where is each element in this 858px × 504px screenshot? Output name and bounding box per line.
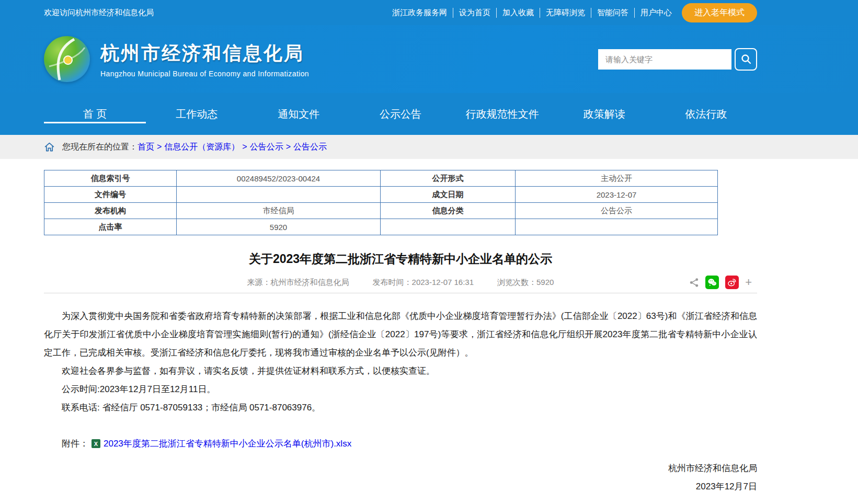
logo-swirl-icon: [44, 36, 90, 82]
table-row: 点击率 5920: [44, 219, 718, 235]
elder-mode-button[interactable]: 进入老年模式: [682, 3, 757, 22]
article-publish-time: 发布时间：2023-12-07 16:31: [373, 278, 474, 288]
article-body: 为深入贯彻党中央国务院和省委省政府培育专精特新的决策部署，根据工业和信息化部《优…: [44, 307, 757, 417]
site-subtitle: Hangzhou Municipal Bureau of Economy and…: [100, 70, 309, 78]
signature-date: 2023年12月7日: [44, 477, 757, 496]
breadcrumb-home[interactable]: 首页: [138, 142, 154, 153]
info-value-index-no: 002489452/2023-00424: [177, 170, 381, 187]
main-nav: 首 页 工作动态 通知文件 公示公告 行政规范性文件 政策解读 依法行政: [0, 93, 858, 135]
nav-item-law-based-admin[interactable]: 依法行政: [655, 93, 757, 135]
info-label-issuing-agency: 发布机构: [44, 203, 177, 219]
search-icon: [740, 53, 752, 65]
nav-item-announcements[interactable]: 公示公告: [350, 93, 452, 135]
more-share-icon[interactable]: +: [745, 277, 752, 288]
topbar-link-user-center[interactable]: 用户中心: [635, 8, 678, 18]
paragraph-4: 联系电话: 省经信厅 0571-87059133；市经信局 0571-87063…: [44, 398, 757, 417]
info-label-disclosure-form: 公开形式: [381, 170, 516, 187]
signature-block: 杭州市经济和信息化局 2023年12月7日: [44, 459, 757, 496]
topbar-link-add-favorite[interactable]: 加入收藏: [497, 8, 540, 18]
info-label-info-category: 信息分类: [381, 203, 516, 219]
breadcrumb-prefix: 您现在所在的位置：: [62, 142, 138, 153]
welcome-text: 欢迎访问杭州市经济和信息化局: [44, 8, 154, 18]
nav-item-policy-interpretation[interactable]: 政策解读: [553, 93, 655, 135]
signature-agency: 杭州市经济和信息化局: [44, 459, 757, 477]
info-value-click-rate: 5920: [177, 219, 381, 235]
info-value-date-written: 2023-12-07: [516, 187, 718, 203]
site-header: 杭州市经济和信息化局 Hangzhou Municipal Bureau of …: [0, 25, 858, 93]
article-views: 浏览次数：5920: [497, 278, 554, 288]
info-value-empty: [516, 219, 718, 235]
breadcrumb-announcements[interactable]: 公告公示: [250, 142, 283, 153]
table-row: 信息索引号 002489452/2023-00424 公开形式 主动公开: [44, 170, 718, 187]
info-value-issuing-agency: 市经信局: [177, 203, 381, 219]
attachment-row: 附件： X 2023年度第二批浙江省专精特新中小企业公示名单(杭州市).xlsx: [44, 438, 757, 450]
search-area: [598, 48, 757, 71]
article-meta: 来源：杭州市经济和信息化局 发布时间：2023-12-07 16:31 浏览次数…: [44, 276, 757, 293]
site-title: 杭州市经济和信息化局: [100, 41, 309, 66]
topbar-link-accessibility[interactable]: 无障碍浏览: [540, 8, 591, 18]
article-source: 来源：杭州市经济和信息化局: [247, 278, 349, 288]
info-value-doc-no: [177, 187, 381, 203]
attachment-label: 附件：: [62, 438, 88, 450]
content-area: 信息索引号 002489452/2023-00424 公开形式 主动公开 文件编…: [44, 170, 757, 496]
topbar-link-set-homepage[interactable]: 设为首页: [453, 8, 497, 18]
breadcrumb-info-disclosure[interactable]: 信息公开（资源库）: [164, 142, 239, 153]
topbar-link-zhejiang-gov[interactable]: 浙江政务服务网: [386, 8, 453, 18]
breadcrumb-bar: 您现在所在的位置： 首页 > 信息公开（资源库） > 公告公示 > 公告公示: [0, 135, 858, 159]
info-label-index-no: 信息索引号: [44, 170, 177, 187]
weibo-share-icon[interactable]: [725, 276, 739, 289]
nav-item-home[interactable]: 首 页: [44, 93, 146, 135]
paragraph-2: 欢迎社会各界参与监督，如有异议，请实名反馈，并提供佐证材料和联系方式，以便核实查…: [44, 362, 757, 380]
search-button[interactable]: [735, 48, 757, 71]
site-logo[interactable]: [44, 36, 90, 82]
breadcrumb-current[interactable]: 公告公示: [293, 142, 327, 153]
info-value-info-category: 公告公示: [516, 203, 718, 219]
info-label-click-rate: 点击率: [44, 219, 177, 235]
breadcrumb-separator: >: [157, 142, 162, 152]
info-label-empty: [381, 219, 516, 235]
info-label-doc-no: 文件编号: [44, 187, 177, 203]
table-row: 文件编号 成文日期 2023-12-07: [44, 187, 718, 203]
info-value-disclosure-form: 主动公开: [516, 170, 718, 187]
nav-item-notices[interactable]: 通知文件: [248, 93, 350, 135]
share-toolbar: +: [689, 276, 752, 289]
search-input[interactable]: [598, 49, 731, 70]
page-title: 关于2023年度第二批浙江省专精特新中小企业名单的公示: [44, 251, 757, 267]
wechat-share-icon[interactable]: [705, 276, 719, 289]
home-icon[interactable]: [44, 142, 55, 153]
site-name: 杭州市经济和信息化局 Hangzhou Municipal Bureau of …: [100, 41, 309, 78]
topbar-links: 浙江政务服务网 设为首页 加入收藏 无障碍浏览 智能问答 用户中心 进入老年模式: [386, 3, 757, 22]
excel-file-icon: X: [91, 439, 100, 448]
topbar: 欢迎访问杭州市经济和信息化局 浙江政务服务网 设为首页 加入收藏 无障碍浏览 智…: [0, 0, 858, 25]
topbar-link-smart-qa[interactable]: 智能问答: [591, 8, 635, 18]
paragraph-3: 公示时间:2023年12月7日至12月11日。: [44, 380, 757, 398]
info-label-date-written: 成文日期: [381, 187, 516, 203]
nav-item-regulatory-docs[interactable]: 行政规范性文件: [451, 93, 553, 135]
share-icon[interactable]: [689, 278, 699, 288]
nav-item-work-news[interactable]: 工作动态: [146, 93, 248, 135]
paragraph-1: 为深入贯彻党中央国务院和省委省政府培育专精特新的决策部署，根据工业和信息化部《优…: [44, 307, 757, 362]
breadcrumb-separator: >: [242, 142, 247, 152]
document-info-table: 信息索引号 002489452/2023-00424 公开形式 主动公开 文件编…: [44, 170, 718, 235]
attachment-link[interactable]: 2023年度第二批浙江省专精特新中小企业公示名单(杭州市).xlsx: [104, 438, 351, 450]
breadcrumb-separator: >: [286, 142, 291, 152]
table-row: 发布机构 市经信局 信息分类 公告公示: [44, 203, 718, 219]
